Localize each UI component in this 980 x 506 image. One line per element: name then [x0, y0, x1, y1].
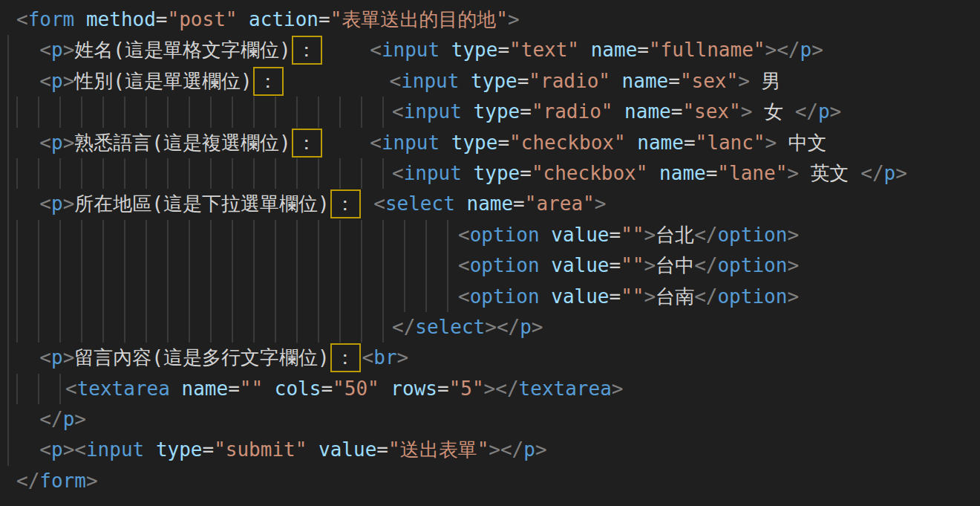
attribute-name-token: method: [86, 8, 156, 30]
text-token: [455, 192, 467, 215]
text-token: [16, 132, 39, 154]
attribute-name-token: type: [451, 39, 498, 61]
tag-name-token: option: [470, 224, 540, 246]
string-token: "radio": [532, 100, 613, 123]
text-token: 男: [750, 70, 781, 92]
text-token: 性別(這是單選欄位): [74, 70, 252, 92]
punctuation-token: <: [370, 39, 382, 61]
equals-token: =: [203, 438, 215, 461]
tag-name-token: p: [51, 346, 63, 369]
punctuation-token: >: [508, 8, 520, 30]
string-token: "": [621, 254, 644, 276]
attribute-name-token: type: [156, 438, 203, 461]
attribute-name-token: type: [474, 162, 520, 184]
punctuation-token: </: [694, 285, 717, 308]
equals-token: =: [321, 377, 333, 400]
attribute-name-token: type: [471, 70, 517, 92]
attribute-name-token: value: [551, 224, 609, 246]
attribute-name-token: action: [249, 8, 318, 30]
punctuation-token: >: [535, 438, 547, 461]
punctuation-token: >: [63, 132, 75, 154]
equals-token: =: [520, 100, 532, 123]
indent-guides: [16, 250, 458, 281]
equals-token: =: [610, 224, 621, 246]
punctuation-token: <: [39, 192, 51, 215]
equals-token: =: [497, 132, 509, 154]
equals-token: =: [376, 438, 388, 461]
tag-name-token: p: [884, 162, 896, 184]
text-token: [462, 100, 474, 123]
punctuation-token: <: [389, 70, 401, 92]
string-token: "checkbox": [509, 132, 626, 154]
text-token: [540, 285, 552, 308]
punctuation-token: >: [532, 316, 543, 338]
code-editor[interactable]: <form method="post" action="表單送出的目的地"> <…: [0, 0, 980, 506]
equals-token: =: [497, 39, 509, 61]
string-token: "sex": [682, 100, 740, 123]
unicode-highlight-box: ：: [330, 189, 361, 218]
code-line: <option value="">台中</option>: [16, 250, 980, 281]
punctuation-token: >: [397, 346, 409, 369]
code-line: </form>: [16, 466, 980, 496]
equals-token: =: [637, 39, 649, 61]
punctuation-token: <: [39, 438, 51, 461]
punctuation-token: ></: [765, 39, 800, 61]
punctuation-token: ></: [484, 377, 519, 400]
tag-name-token: p: [520, 316, 532, 338]
tag-name-token: textarea: [519, 377, 612, 400]
attribute-name-token: type: [451, 132, 498, 154]
string-token: "submit": [214, 438, 307, 461]
punctuation-token: >: [86, 470, 98, 492]
tag-name-token: p: [523, 438, 535, 461]
punctuation-token: >: [830, 100, 842, 123]
punctuation-token: <: [458, 224, 470, 246]
equals-token: =: [610, 285, 621, 308]
tag-name-token: input: [401, 70, 459, 92]
code-line: <option value="">台北</option>: [16, 220, 980, 250]
string-token: "radio": [529, 70, 610, 92]
code-line: <option value="">台南</option>: [16, 282, 980, 312]
text-token: [459, 70, 471, 92]
tag-name-token: form: [39, 470, 86, 492]
text-token: [144, 438, 156, 461]
text-token: [16, 438, 39, 461]
string-token: "post": [168, 8, 238, 30]
text-token: 熟悉語言(這是複選欄位): [74, 132, 290, 154]
punctuation-token: </: [39, 408, 62, 430]
punctuation-token: >: [63, 70, 75, 92]
punctuation-token: <: [39, 70, 51, 92]
text-token: [285, 70, 390, 92]
tag-name-token: input: [86, 438, 144, 461]
tag-name-token: p: [51, 192, 63, 215]
punctuation-token: >: [63, 39, 75, 61]
text-token: [647, 162, 659, 184]
equals-token: =: [684, 132, 696, 154]
attribute-name-token: name: [637, 132, 684, 154]
text-token: [540, 224, 552, 246]
punctuation-token: ><: [63, 438, 86, 461]
punctuation-token: >: [612, 377, 624, 400]
string-token: "lanc": [696, 132, 765, 154]
punctuation-token: >: [765, 132, 777, 154]
text-token: 所在地區(這是下拉選單欄位): [74, 192, 329, 215]
punctuation-token: </: [392, 316, 415, 338]
unicode-highlight-box: ：: [292, 36, 322, 65]
tag-name-token: option: [717, 224, 787, 246]
code-line: <p>姓名(這是單格文字欄位)： <input type="text" name…: [16, 35, 980, 65]
code-line: <input type="radio" name="sex"> 女 </p>: [16, 97, 980, 127]
text-token: 台南: [656, 285, 694, 308]
code-line: <p>留言內容(這是多行文字欄位)：<br>: [16, 343, 980, 373]
indent-guides: [16, 97, 392, 127]
text-token: [16, 346, 39, 369]
text-token: [324, 39, 370, 61]
code-line: <p>所在地區(這是下拉選單欄位)： <select name="area">: [16, 189, 980, 219]
equals-token: =: [668, 70, 680, 92]
equals-token: =: [156, 8, 168, 30]
text-token: 中文: [777, 132, 827, 154]
text-token: 英文: [799, 162, 860, 184]
text-token: [440, 39, 451, 61]
punctuation-token: <: [458, 254, 470, 276]
tag-name-token: p: [51, 438, 63, 461]
equals-token: =: [671, 100, 683, 123]
equals-token: =: [706, 162, 718, 184]
